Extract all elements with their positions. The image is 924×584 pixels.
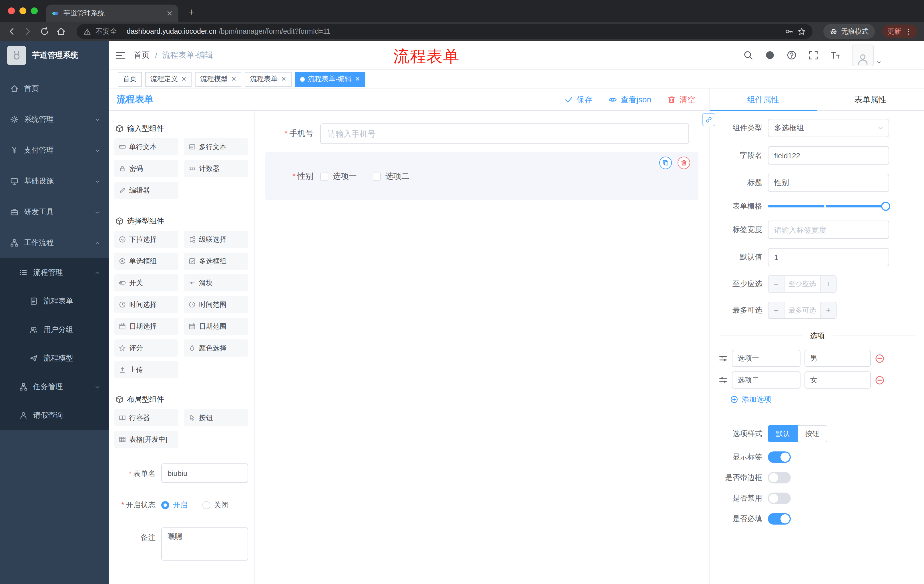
tag-close-icon[interactable]: ✕ [231, 76, 236, 83]
sidebar-item-payment[interactable]: 支付管理 [0, 135, 109, 166]
stepper-value[interactable]: 至少应选 [784, 276, 820, 292]
field-name-input[interactable] [768, 146, 889, 165]
remove-option-icon[interactable] [875, 375, 884, 385]
avatar-caret-icon[interactable] [876, 59, 882, 65]
forward-icon[interactable] [23, 27, 33, 36]
tab-component-props[interactable]: 组件属性 [710, 89, 817, 110]
browser-update-button[interactable]: 更新 [882, 25, 917, 38]
chip-counter[interactable]: 计数器 [184, 160, 248, 177]
gender-option2-checkbox[interactable]: 选项二 [373, 171, 409, 182]
stepper-value[interactable]: 最多可选 [784, 302, 820, 318]
component-type-select[interactable]: 多选框组 [768, 119, 889, 137]
bookmark-star-icon[interactable] [798, 28, 806, 35]
delete-component-button[interactable] [678, 156, 690, 169]
sidebar-item-user-group[interactable]: 用户分组 [0, 316, 109, 344]
form-grid-slider[interactable] [768, 202, 889, 211]
close-window-button[interactable] [8, 7, 15, 14]
github-icon[interactable] [765, 50, 775, 60]
style-button-button[interactable]: 按钮 [798, 425, 827, 442]
font-size-icon[interactable] [830, 50, 840, 60]
sidebar-item-task-management[interactable]: 任务管理 [0, 373, 109, 401]
browser-tab[interactable]: 芋道管理系统 ✕ [46, 5, 178, 22]
option-value-input[interactable] [805, 350, 871, 367]
chip-color-picker[interactable]: 颜色选择 [184, 339, 248, 357]
tag-close-icon[interactable]: ✕ [355, 76, 360, 83]
tab-form-props[interactable]: 表单属性 [817, 89, 924, 110]
chip-time-range[interactable]: 时间范围 [184, 296, 248, 313]
chip-single-line-text[interactable]: 单行文本 [114, 138, 178, 155]
chip-password[interactable]: 密码 [114, 160, 178, 177]
border-toggle[interactable] [768, 472, 791, 484]
logo[interactable]: 芋道管理系统 [0, 41, 109, 70]
chip-checkbox-group[interactable]: 多选框组 [184, 253, 248, 270]
sidebar-item-home[interactable]: 首页 [0, 73, 109, 104]
chip-rate[interactable]: 评分 [114, 339, 178, 357]
chip-switch[interactable]: 开关 [114, 274, 178, 291]
sidebar-item-process-management[interactable]: 流程管理 [0, 258, 109, 287]
zoom-window-button[interactable] [31, 7, 38, 14]
remove-option-icon[interactable] [875, 354, 884, 363]
title-input[interactable] [768, 174, 889, 192]
tag-close-icon[interactable]: ✕ [181, 76, 186, 83]
stepper-decrease-button[interactable]: − [769, 302, 784, 318]
chip-editor[interactable]: 编辑器 [114, 182, 178, 199]
chip-time-picker[interactable]: 时间选择 [114, 296, 178, 313]
macos-traffic-lights[interactable] [8, 7, 38, 14]
reload-icon[interactable] [40, 27, 49, 36]
required-toggle[interactable] [768, 513, 791, 525]
sidebar-item-system[interactable]: 系统管理 [0, 104, 109, 135]
tag-close-icon[interactable]: ✕ [281, 76, 286, 83]
tag-process-form-edit[interactable]: 流程表单-编辑✕ [295, 72, 365, 87]
show-label-toggle[interactable] [768, 451, 791, 463]
option-value-input[interactable] [805, 372, 871, 388]
chip-radio-group[interactable]: 单选框组 [114, 253, 178, 270]
fullscreen-icon[interactable] [808, 50, 818, 60]
stepper-increase-button[interactable]: ＋ [820, 276, 836, 292]
sidebar-item-leave-query[interactable]: 请假查询 [0, 401, 109, 430]
chip-slider[interactable]: 滑块 [184, 274, 248, 291]
copy-component-button[interactable] [659, 156, 672, 169]
sidebar-item-infrastructure[interactable]: 基础设施 [0, 166, 109, 197]
search-icon[interactable] [743, 50, 753, 60]
default-value-input[interactable] [768, 248, 889, 266]
status-on-radio[interactable]: 开启 [161, 500, 188, 510]
stepper-increase-button[interactable]: ＋ [820, 302, 836, 318]
option-label-input[interactable] [732, 372, 800, 388]
style-default-button[interactable]: 默认 [768, 425, 798, 442]
chip-date-range[interactable]: 日期范围 [184, 318, 248, 335]
status-off-radio[interactable]: 关闭 [202, 500, 229, 510]
minimize-window-button[interactable] [20, 7, 26, 14]
slider-handle[interactable] [881, 202, 890, 211]
tag-process-form[interactable]: 流程表单✕ [245, 72, 291, 87]
tab-close-icon[interactable]: ✕ [167, 9, 173, 17]
chip-dropdown-select[interactable]: 下拉选择 [114, 231, 178, 248]
form-name-input[interactable] [161, 464, 248, 483]
sidebar-item-process-form[interactable]: 流程表单 [0, 287, 109, 316]
form-remark-textarea[interactable]: 嘿嘿 [161, 527, 248, 561]
sidebar-item-workflow[interactable]: 工作流程 [0, 227, 109, 258]
hamburger-icon[interactable] [116, 50, 126, 60]
chip-row-container[interactable]: 行容器 [114, 409, 178, 426]
selected-component-block[interactable]: *性别 选项一 选项二 [265, 152, 698, 200]
chip-date-picker[interactable]: 日期选择 [114, 318, 178, 335]
document-link-button[interactable] [702, 113, 715, 126]
gender-option1-checkbox[interactable]: 选项一 [320, 171, 357, 182]
phone-input[interactable] [320, 123, 689, 144]
stepper-decrease-button[interactable]: − [769, 276, 784, 292]
help-icon[interactable] [787, 50, 797, 60]
back-icon[interactable] [7, 27, 16, 36]
chip-multi-line-text[interactable]: 多行文本 [184, 138, 248, 155]
chip-upload[interactable]: 上传 [114, 361, 178, 378]
drag-handle-icon[interactable] [719, 354, 728, 363]
chip-button[interactable]: 按钮 [184, 409, 248, 426]
chip-table-dev[interactable]: 表格[开发中] [114, 431, 178, 448]
view-json-button[interactable]: 查看json [609, 95, 651, 105]
address-bar[interactable]: 不安全 dashboard.yudao.iocoder.cn/bpm/manag… [77, 24, 812, 39]
user-avatar[interactable] [852, 44, 874, 66]
label-width-input[interactable] [768, 220, 889, 239]
clear-button[interactable]: 清空 [667, 95, 695, 105]
sidebar-item-process-model[interactable]: 流程模型 [0, 344, 109, 373]
drag-handle-icon[interactable] [719, 375, 728, 385]
disabled-toggle[interactable] [768, 493, 791, 504]
tag-process-definition[interactable]: 流程定义✕ [145, 72, 191, 87]
